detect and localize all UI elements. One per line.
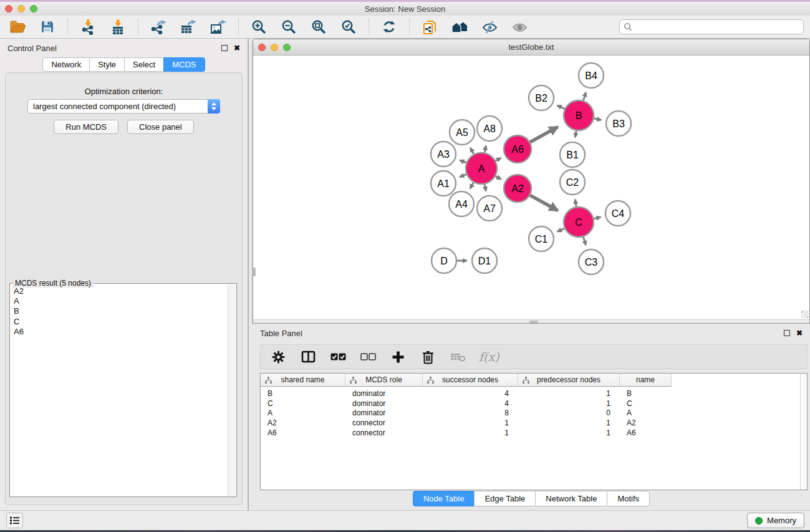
hide-selected-icon[interactable] — [480, 17, 499, 36]
column-view-icon[interactable] — [299, 349, 317, 365]
edge-A6-B[interactable] — [530, 127, 557, 142]
table-cell[interactable]: 1 — [423, 428, 518, 437]
result-scrollbar[interactable] — [228, 284, 236, 496]
column-header-predecessor-nodes[interactable]: predecessor nodes — [518, 374, 620, 386]
table-row[interactable]: A2connector11A2 — [261, 418, 807, 428]
column-header-mcds-role[interactable]: MCDS role — [345, 374, 423, 386]
show-all-icon[interactable] — [509, 17, 529, 36]
table-cell[interactable]: A2 — [261, 418, 345, 427]
table-cell[interactable]: A — [261, 409, 345, 417]
table-cell[interactable]: 1 — [518, 389, 620, 398]
unselect-all-icon[interactable] — [359, 349, 377, 365]
tab-edge-table[interactable]: Edge Table — [474, 491, 536, 506]
canvas-vertical-scroll-thumb[interactable] — [253, 268, 256, 276]
column-header-shared-name[interactable]: shared name — [261, 374, 345, 386]
network-window-titlebar[interactable]: testGlobe.txt — [253, 39, 809, 56]
close-panel-button[interactable]: Close panel — [127, 120, 194, 134]
canvas-horizontal-scrollbar[interactable] — [253, 319, 809, 323]
close-panel-icon[interactable]: ✖ — [234, 45, 240, 51]
edge-A-A2[interactable] — [496, 177, 501, 180]
column-header-name[interactable]: name — [620, 374, 672, 386]
table-cell[interactable]: 1 — [518, 399, 620, 408]
table-cell[interactable]: B — [620, 389, 672, 398]
table-row[interactable]: Cdominator41C — [261, 399, 807, 409]
table-row[interactable]: A6connector11A6 — [261, 428, 807, 438]
table-cell[interactable]: A2 — [620, 418, 672, 427]
window-resize-grip-icon[interactable] — [801, 311, 809, 318]
edge-B-B4[interactable] — [583, 92, 586, 100]
delete-column-icon[interactable] — [419, 349, 436, 365]
table-cell[interactable]: dominator — [345, 409, 423, 417]
search-input[interactable] — [633, 22, 803, 32]
save-session-icon[interactable] — [37, 17, 57, 36]
zoom-fit-icon[interactable] — [309, 17, 329, 36]
table-cell[interactable]: 8 — [423, 409, 518, 417]
tab-network-table[interactable]: Network Table — [535, 491, 607, 506]
result-item[interactable]: A — [11, 296, 228, 306]
table-cell[interactable]: 1 — [423, 418, 518, 427]
table-cell[interactable]: dominator — [345, 389, 423, 398]
refresh-icon[interactable] — [379, 17, 399, 36]
float-table-panel-icon[interactable] — [784, 330, 790, 336]
column-header-successor-nodes[interactable]: successor nodes — [423, 374, 518, 386]
edge-C-C1[interactable] — [557, 228, 565, 231]
table-cell[interactable]: C — [620, 399, 672, 408]
tab-motifs[interactable]: Motifs — [607, 491, 650, 506]
edge-A-A8[interactable] — [485, 146, 486, 153]
tab-select[interactable]: Select — [124, 57, 164, 72]
task-history-button[interactable] — [6, 513, 23, 528]
table-cell[interactable]: B — [261, 389, 345, 398]
float-panel-icon[interactable] — [221, 45, 228, 51]
table-cell[interactable]: C — [261, 399, 345, 408]
table-row[interactable]: Bdominator41B — [261, 389, 807, 399]
table-cell[interactable]: A6 — [261, 428, 345, 437]
import-network-icon[interactable] — [78, 17, 98, 36]
table-cell[interactable]: connector — [345, 428, 423, 437]
result-item[interactable]: C — [11, 317, 228, 327]
memory-button[interactable]: Memory — [747, 513, 804, 528]
clone-network-icon[interactable] — [420, 17, 440, 36]
edge-B-B1[interactable] — [575, 131, 576, 137]
zoom-out-icon[interactable] — [279, 17, 299, 36]
table-cell[interactable]: 0 — [518, 409, 620, 417]
table-cell[interactable]: 1 — [518, 428, 620, 437]
zoom-in-icon[interactable] — [249, 17, 269, 36]
table-row[interactable]: Adominator80A — [261, 408, 807, 418]
run-mcds-button[interactable]: Run MCDS — [54, 120, 118, 134]
table-cell[interactable]: A6 — [620, 428, 672, 437]
close-table-panel-icon[interactable]: ✖ — [796, 330, 803, 336]
export-network-icon[interactable] — [148, 17, 168, 36]
edge-A-A3[interactable] — [460, 160, 466, 163]
import-table-icon[interactable] — [108, 17, 128, 36]
table-settings-icon[interactable] — [269, 349, 287, 365]
table-cell[interactable]: connector — [345, 418, 423, 427]
tab-mcds[interactable]: MCDS — [163, 57, 205, 72]
export-image-icon[interactable] — [208, 17, 228, 36]
export-table-icon[interactable] — [178, 17, 198, 36]
table-cell[interactable]: A — [620, 409, 672, 417]
table-scrollbar[interactable] — [800, 374, 807, 490]
edge-A-A6[interactable] — [496, 158, 501, 161]
edge-C-C3[interactable] — [583, 237, 586, 245]
edge-C-C4[interactable] — [594, 217, 600, 218]
home-icon[interactable] — [450, 17, 470, 36]
result-item[interactable]: B — [11, 306, 228, 316]
edge-B-B3[interactable] — [594, 118, 601, 120]
search-field[interactable] — [619, 19, 804, 34]
edge-A-A5[interactable] — [470, 148, 473, 154]
edge-A-A7[interactable] — [485, 184, 486, 191]
table-cell[interactable]: dominator — [345, 399, 423, 408]
tab-node-table[interactable]: Node Table — [413, 491, 475, 506]
edge-B-B2[interactable] — [557, 105, 565, 109]
node-table[interactable]: shared nameMCDS rolesuccessor nodesprede… — [260, 373, 808, 490]
network-canvas[interactable]: B4B2BB3A5A8A6B1A3AA1C2A2A4A7CC4C1C3DD1 — [253, 56, 809, 319]
edge-C-C2[interactable] — [575, 200, 576, 206]
result-item[interactable]: A2 — [11, 286, 228, 296]
zoom-selected-icon[interactable] — [339, 17, 359, 36]
edge-A-A1[interactable] — [460, 175, 466, 177]
edge-A-A4[interactable] — [470, 183, 473, 189]
tab-network[interactable]: Network — [42, 57, 90, 72]
open-session-icon[interactable] — [7, 17, 27, 36]
tab-style[interactable]: Style — [89, 57, 125, 72]
table-cell[interactable]: 4 — [423, 399, 518, 408]
